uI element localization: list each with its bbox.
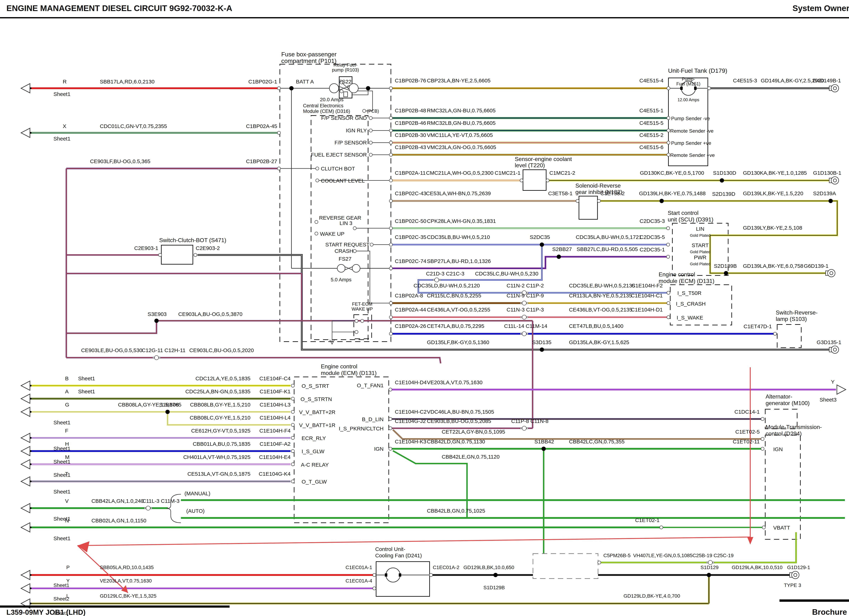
- inline-connector-pin: [439, 279, 441, 280]
- connector-pin: [373, 573, 376, 577]
- connector-pin: [576, 199, 579, 203]
- connector-pin: [761, 447, 764, 450]
- diagram-label: C4E515-4: [639, 78, 663, 84]
- connector-pin: [369, 153, 372, 157]
- connector-pin: [429, 573, 433, 577]
- inline-connector: [146, 506, 150, 510]
- diagram-label: Module-Transmission-: [766, 424, 822, 430]
- wire-segment: [66, 358, 441, 363]
- inline-connector: [522, 315, 526, 319]
- splice-junction-dot: [540, 243, 544, 247]
- connector-pin: [761, 418, 764, 421]
- diagram-label: Switch-Clutch-BOT (S471): [159, 237, 226, 243]
- offpage-arrow-dot: [30, 398, 31, 400]
- diagram-label: Sheet1: [54, 91, 70, 97]
- diagram-label: FUEL EJECT SENSOR: [311, 152, 367, 158]
- diagram-label: CDC01LC,GN-VT,0.75,2355: [100, 123, 167, 129]
- diagram-label: CH401LA,VT-WH,0.75,1925: [183, 454, 250, 460]
- offpage-arrow: [21, 523, 30, 532]
- connector-pin: [389, 179, 393, 182]
- diagram-label: GD129LC,BK-YE,1.5,325: [100, 593, 156, 599]
- inline-connector-pin: [153, 357, 154, 358]
- connector-pin: [389, 116, 393, 119]
- diagram-label: C1E104H-F4: [259, 428, 290, 434]
- diagram-label: GD135LA,BK-GY,1.5,625: [569, 339, 629, 345]
- connector-pin: [355, 330, 358, 334]
- diagram-label: CE612H,GY-VT,0.5,1925: [191, 428, 250, 434]
- connector-pin: [667, 116, 670, 119]
- diagram-label: Solenoid-Reverse: [575, 182, 621, 189]
- footer-right-label: Brochure: [812, 608, 847, 616]
- diagram-label: O_S_STRT: [302, 383, 329, 389]
- inline-connector: [522, 426, 526, 430]
- diagram-label: CBB42LB,GN,0.75,1025: [427, 508, 485, 514]
- inline-connector-pin: [713, 562, 714, 563]
- diagram-label: C1ET02-1: [635, 517, 660, 523]
- ground-symbol: [794, 573, 797, 577]
- diagram-label: CBB08LB,GY-YE,1.5,210: [190, 402, 250, 407]
- connector-pin: [373, 587, 376, 590]
- diagram-label: Pump Sender -ve: [671, 116, 710, 121]
- splice-junction-dot: [165, 410, 170, 414]
- splice-junction-dot: [707, 573, 711, 577]
- ground-symbol: [833, 179, 837, 182]
- offpage-arrow: [21, 394, 30, 403]
- ground-symbol: [830, 271, 833, 275]
- connector-pin: [315, 232, 318, 235]
- diagram-label: Relay-Fuel-: [334, 62, 357, 67]
- diagram-label: Switch-Reverse-: [776, 309, 818, 316]
- offpage-arrow: [21, 446, 30, 456]
- connector-pin: [158, 254, 162, 257]
- diagram-label: control (D294): [766, 430, 802, 437]
- diagram-label: C1E104H-F2: [632, 283, 663, 288]
- diagram-label: Gold Plated: [690, 233, 710, 238]
- diagram-label: H: [65, 441, 69, 447]
- ground-symbol: [833, 87, 837, 90]
- connector-pin: [389, 153, 393, 157]
- offpage-arrow: [21, 477, 30, 486]
- offpage-arrow-dot: [30, 507, 31, 509]
- connector-pin: [389, 418, 392, 421]
- inline-connector-pin: [144, 507, 146, 509]
- connector-pin: [389, 388, 392, 391]
- fuse-symbol: [349, 84, 358, 93]
- inline-connector: [522, 332, 526, 336]
- diagram-label: WAKE UP: [320, 231, 344, 237]
- diagram-label: CE903LB,BU-OG,0.5,2085: [427, 418, 491, 424]
- diagram-label: C11N-2 C11P-2: [506, 283, 544, 288]
- diagram-label: C1E104G-K4: [259, 471, 290, 477]
- diagram-label: S1BB42: [535, 439, 554, 444]
- offpage-arrow: [21, 570, 30, 580]
- offpage-arrow-dot: [30, 437, 31, 439]
- connector-pin: [708, 87, 710, 90]
- splice-junction-dot: [542, 447, 546, 451]
- connector-pin: [389, 141, 393, 144]
- diagram-label: CDC35LE,BU-WH,0.5,2135: [569, 283, 635, 288]
- diagram-label: C1DC14-1: [734, 409, 760, 415]
- diagram-label: CBB42LC,GN,0.75,355: [569, 439, 625, 444]
- diagram-label: B: [65, 376, 69, 381]
- diagram-label: P: [66, 565, 70, 570]
- offpage-arrow: [21, 381, 30, 390]
- diagram-label: unit (SCU) (D391): [668, 216, 713, 223]
- diagram-label: CR113LA,BN-YE,0.5,2135: [569, 292, 632, 298]
- diagram-label: C1E104F-A2: [260, 441, 290, 447]
- connector-pin: [291, 397, 295, 400]
- diagram-label: C2E903-1: [134, 245, 158, 251]
- connector-pin: [520, 179, 523, 182]
- wire-segment: [356, 251, 391, 303]
- offpage-arrow-dot: [30, 132, 31, 134]
- offpage-arrow: [21, 459, 30, 469]
- connector-pin: [667, 301, 670, 305]
- red-arrowhead-down: [747, 537, 753, 544]
- connector-pin: [666, 255, 670, 258]
- diagram-label: C1BP02A-26: [395, 323, 426, 329]
- diagram-label: Y: [66, 578, 70, 583]
- offpage-arrow: [21, 84, 30, 93]
- connector-pin: [369, 141, 372, 144]
- connector-pin: [660, 526, 663, 529]
- diagram-label: C4E515-5: [639, 120, 663, 126]
- offpage-arrow: [21, 504, 30, 513]
- diagram-label: G1D130B-1: [813, 170, 842, 176]
- diagram-label: Sheet1: [54, 489, 70, 495]
